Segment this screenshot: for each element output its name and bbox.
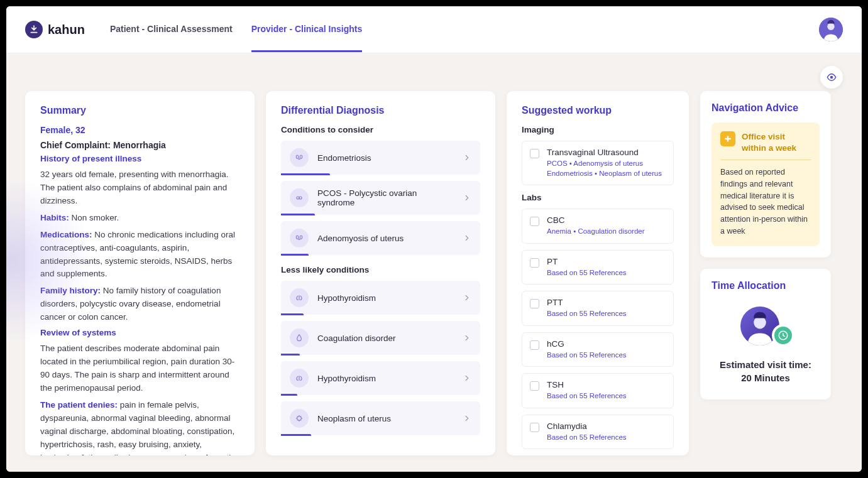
workup-card: Suggested workup Imaging Transvaginal Ul…	[507, 91, 689, 455]
advice-heading: Office visit within a week	[742, 131, 811, 153]
main-body: Summary Female, 32 Chief Complaint: Meno…	[6, 53, 862, 472]
chevron-right-icon	[463, 193, 471, 202]
checkbox[interactable]	[530, 381, 539, 391]
family-history-line: Family history: No family history of coa…	[40, 285, 239, 324]
svg-point-8	[754, 316, 766, 329]
svg-point-3	[297, 197, 299, 199]
workup-title: Suggested workup	[522, 105, 674, 116]
brand-logo: kahun	[25, 21, 85, 38]
consider-label: Conditions to consider	[281, 125, 480, 134]
workup-item[interactable]: ChlamydiaBased on 55 References	[522, 415, 674, 450]
ros-text: The patient describes moderate abdominal…	[40, 342, 239, 395]
checkbox[interactable]	[530, 258, 539, 268]
chief-complaint: Chief Complaint: Menorrhagia	[40, 140, 239, 150]
ros-title: Review of systems	[40, 328, 239, 337]
estimated-visit-time: Estimated visit time:20 Minutes	[711, 358, 820, 384]
uterus-icon	[290, 148, 309, 167]
workup-item[interactable]: hCGBased on 55 References	[522, 332, 674, 367]
user-avatar[interactable]	[819, 18, 843, 41]
advice-box: Office visit within a week Based on repo…	[711, 122, 820, 246]
workup-item[interactable]: PTTBased on 55 References	[522, 291, 674, 326]
advice-text: Based on reported findings and relevant …	[720, 166, 811, 237]
tab-provider[interactable]: Provider - Clinical Insights	[251, 8, 363, 52]
denies-line: The patient denies: pain in female pelvi…	[40, 399, 239, 455]
brand-name: kahun	[48, 23, 85, 37]
navigation-title: Navigation Advice	[711, 102, 820, 114]
uterus-icon	[290, 229, 309, 247]
svg-point-1	[827, 23, 834, 30]
dd-item[interactable]: Hypothyroidism	[281, 361, 480, 395]
hpi-title: History of present illness	[40, 154, 239, 163]
habits-line: Habits: Non smoker.	[40, 212, 239, 225]
differential-card: Differential Diagnosis Conditions to con…	[266, 91, 495, 455]
workup-item[interactable]: TSHBased on 55 References	[522, 373, 674, 408]
clock-check-icon	[772, 324, 794, 347]
header-tabs: Patient - Clinical Assessment Provider -…	[110, 8, 362, 52]
tab-patient[interactable]: Patient - Clinical Assessment	[110, 8, 233, 52]
medications-line: Medications: No chronic medications incl…	[40, 229, 239, 281]
dd-item[interactable]: Hypothyroidism	[281, 281, 480, 315]
checkbox[interactable]	[530, 299, 539, 308]
visibility-button[interactable]	[820, 66, 843, 89]
summary-card: Summary Female, 32 Chief Complaint: Meno…	[25, 91, 255, 455]
patient-demographics: Female, 32	[40, 125, 239, 135]
thyroid-icon	[290, 288, 309, 307]
labs-label: Labs	[522, 193, 674, 202]
checkbox[interactable]	[530, 340, 539, 350]
imaging-label: Imaging	[522, 125, 674, 134]
differential-title: Differential Diagnosis	[281, 105, 480, 116]
app-header: kahun Patient - Clinical Assessment Prov…	[6, 6, 862, 53]
dd-item[interactable]: Neoplasm of uterus	[281, 401, 480, 435]
time-allocation-card: Time Allocation Estimated visit time:20 …	[700, 269, 831, 399]
brand-logo-icon	[25, 21, 43, 38]
medical-cross-icon	[720, 131, 735, 146]
chevron-right-icon	[463, 374, 471, 383]
svg-point-2	[830, 76, 833, 79]
workup-item[interactable]: Transvaginal Ultrasound PCOS • Adenomysi…	[522, 141, 674, 185]
chevron-right-icon	[463, 334, 471, 342]
dd-item[interactable]: Coagulation disorder	[281, 321, 480, 355]
summary-title: Summary	[40, 105, 239, 116]
chevron-right-icon	[463, 153, 471, 162]
time-title: Time Allocation	[711, 280, 820, 291]
hpi-text: 32 years old female, presenting with men…	[40, 168, 239, 208]
thyroid-icon	[290, 369, 309, 388]
svg-rect-7	[725, 138, 730, 139]
app-frame: kahun Patient - Clinical Assessment Prov…	[6, 6, 862, 472]
workup-item[interactable]: CBCAnemia • Coagulation disorder	[522, 209, 674, 244]
checkbox[interactable]	[530, 149, 539, 158]
chevron-right-icon	[463, 234, 471, 242]
workup-item[interactable]: PTBased on 55 References	[522, 250, 674, 285]
dd-item[interactable]: PCOS - Polycystic ovarian syndrome	[281, 181, 480, 215]
navigation-advice-card: Navigation Advice Office visit within a …	[700, 91, 831, 258]
eye-icon	[826, 72, 837, 83]
chevron-right-icon	[463, 414, 471, 423]
tumor-icon	[290, 409, 309, 428]
ovary-icon	[290, 188, 309, 207]
less-likely-label: Less likely conditions	[281, 265, 480, 274]
dd-item[interactable]: Endometriosis	[281, 141, 480, 175]
time-illustration	[734, 304, 797, 348]
svg-point-4	[299, 197, 302, 199]
blood-drop-icon	[290, 329, 309, 347]
dd-item[interactable]: Adenomyosis of uterus	[281, 221, 480, 255]
checkbox[interactable]	[530, 217, 539, 226]
checkbox[interactable]	[530, 423, 539, 432]
chevron-right-icon	[463, 293, 471, 302]
